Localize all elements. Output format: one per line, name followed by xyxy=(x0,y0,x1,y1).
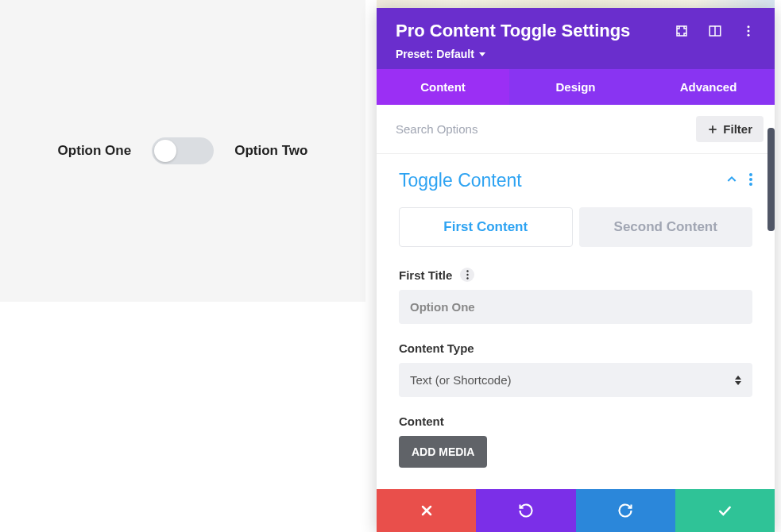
preset-dropdown[interactable]: Preset: Default xyxy=(396,48,485,60)
add-media-button[interactable]: ADD MEDIA xyxy=(399,436,487,468)
select-arrows-icon xyxy=(735,376,741,385)
section-title: Toggle Content xyxy=(399,170,522,191)
content-type-select[interactable]: Text (or Shortcode) xyxy=(399,363,752,397)
columns-icon[interactable] xyxy=(708,24,722,38)
expand-icon[interactable] xyxy=(675,24,689,38)
preview-option-one-label: Option One xyxy=(58,143,132,159)
svg-point-13 xyxy=(466,277,468,279)
svg-point-5 xyxy=(748,34,750,37)
first-title-options-icon[interactable] xyxy=(460,268,474,282)
search-input[interactable] xyxy=(396,122,696,136)
svg-point-8 xyxy=(749,173,752,176)
sub-tab-second-content[interactable]: Second Content xyxy=(579,207,753,247)
search-bar: Filter xyxy=(377,105,775,154)
panel-header: Pro Content Toggle Settings Preset: Defa… xyxy=(377,8,775,69)
background-map-hint xyxy=(377,0,775,8)
preview-option-two-label: Option Two xyxy=(234,143,307,159)
filter-button[interactable]: Filter xyxy=(696,116,764,142)
svg-point-11 xyxy=(466,270,468,272)
settings-panel: Pro Content Toggle Settings Preset: Defa… xyxy=(377,8,775,532)
tab-design[interactable]: Design xyxy=(509,69,642,105)
toggle-switch[interactable] xyxy=(152,137,214,164)
svg-point-10 xyxy=(749,183,752,186)
preview-area: Option One Option Two xyxy=(0,0,365,302)
filter-button-label: Filter xyxy=(723,122,752,136)
panel-title: Pro Content Toggle Settings xyxy=(396,21,630,41)
collapse-icon[interactable] xyxy=(725,173,738,189)
undo-button[interactable] xyxy=(476,489,575,532)
first-title-label: First Title xyxy=(399,268,452,282)
cancel-button[interactable] xyxy=(377,489,476,532)
tab-advanced[interactable]: Advanced xyxy=(642,69,775,105)
svg-point-12 xyxy=(466,274,468,276)
confirm-button[interactable] xyxy=(675,489,775,532)
redo-button[interactable] xyxy=(576,489,675,532)
scrollbar[interactable] xyxy=(767,128,775,231)
content-type-value: Text (or Shortcode) xyxy=(410,373,512,387)
sub-tab-first-content[interactable]: First Content xyxy=(399,207,573,247)
svg-rect-0 xyxy=(677,26,686,36)
footer-actions xyxy=(377,489,775,532)
main-tabs: Content Design Advanced xyxy=(377,69,775,105)
section-kebab-icon[interactable] xyxy=(749,173,752,189)
content-type-label: Content Type xyxy=(399,341,474,355)
content-section: Toggle Content First Content Second Cont… xyxy=(377,154,775,485)
svg-point-9 xyxy=(749,178,752,181)
toggle-knob xyxy=(154,140,176,162)
tab-content[interactable]: Content xyxy=(377,69,509,105)
kebab-icon[interactable] xyxy=(741,24,756,38)
first-title-input[interactable] xyxy=(399,290,752,324)
content-label: Content xyxy=(399,414,444,428)
svg-point-3 xyxy=(748,25,750,28)
svg-point-4 xyxy=(748,30,750,33)
